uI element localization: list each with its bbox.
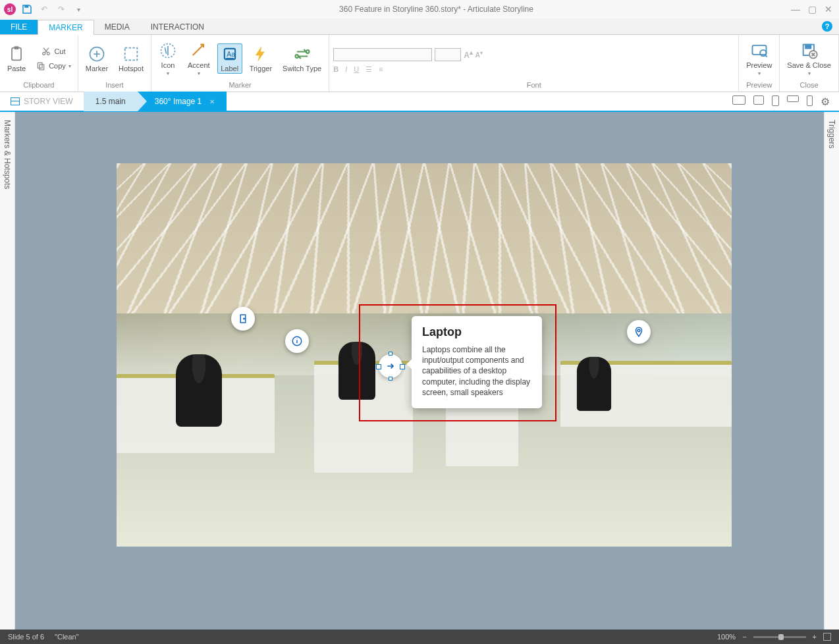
insert-marker-label: Marker <box>86 65 108 72</box>
ribbon-group-font: A▴ A▾ B I U ☰ ≡ Font <box>329 35 739 92</box>
stage-360-image[interactable]: Laptop Laptops combine all the input/out… <box>117 163 732 547</box>
svg-rect-6 <box>40 65 44 70</box>
tablet-portrait-icon[interactable] <box>772 95 779 106</box>
copy-label: Copy <box>49 62 66 70</box>
redo-icon[interactable]: ↷ <box>55 3 67 15</box>
trigger-button-label: Trigger <box>250 65 272 72</box>
ribbon: Paste Cut Copy▾ Clipboard Marker <box>0 34 839 92</box>
cut-label: Cut <box>54 47 65 55</box>
close-group-label: Close <box>784 81 834 90</box>
marker-group-label: Marker <box>155 81 325 90</box>
svg-rect-0 <box>24 5 28 8</box>
svg-rect-5 <box>38 63 42 68</box>
breadcrumb-bar: STORY VIEW 1.5 main 360° Image 1✕ ⚙ <box>0 92 839 112</box>
switch-type-button[interactable]: Switch Type <box>279 43 325 74</box>
marker-label-callout[interactable]: Laptop Laptops combine all the input/out… <box>412 316 542 408</box>
undo-icon[interactable]: ↶ <box>38 3 50 15</box>
preview-button[interactable]: Preview▾ <box>743 40 775 78</box>
fit-to-window-icon[interactable] <box>823 633 831 641</box>
ribbon-group-preview: Preview▾ Preview <box>739 35 780 92</box>
italic-icon[interactable]: I <box>345 65 347 74</box>
insert-marker-button[interactable]: Marker <box>82 43 111 74</box>
phone-portrait-icon[interactable] <box>807 95 813 106</box>
zoom-in-icon[interactable]: + <box>813 633 817 641</box>
markers-hotspots-panel-tab[interactable]: Markers & Hotspots <box>0 112 15 630</box>
phone-landscape-icon[interactable] <box>787 95 799 102</box>
switch-type-label: Switch Type <box>283 65 321 72</box>
underline-icon[interactable]: U <box>354 65 359 74</box>
minimize-icon[interactable]: — <box>791 5 800 14</box>
tablet-landscape-icon[interactable] <box>753 95 764 105</box>
font-family-select[interactable] <box>333 48 432 61</box>
preview-button-label: Preview <box>746 61 772 69</box>
paste-button[interactable]: Paste <box>4 43 29 74</box>
qat-dropdown-icon[interactable]: ▾ <box>72 3 84 15</box>
triggers-panel-tab[interactable]: Triggers <box>824 112 839 630</box>
ribbon-tabs: FILE MARKER MEDIA INTERACTION ? <box>0 18 839 34</box>
app-logo-icon: sl <box>4 3 16 15</box>
marker-location[interactable] <box>627 320 651 344</box>
gear-icon[interactable]: ⚙ <box>821 95 830 108</box>
layout-name: "Clean" <box>55 633 79 641</box>
slide-indicator: Slide 5 of 6 <box>8 633 44 641</box>
canvas[interactable]: Laptop Laptops combine all the input/out… <box>15 112 824 630</box>
svg-rect-1 <box>12 48 21 61</box>
label-button-label: Label <box>221 65 238 72</box>
zoom-slider[interactable] <box>753 636 806 638</box>
icon-button[interactable]: Icon▾ <box>155 40 180 78</box>
work-area: Markers & Hotspots Laptop Laptops combin… <box>0 112 839 630</box>
ribbon-group-close: Save & Close▾ Close <box>780 35 839 92</box>
marker-arrow-selected[interactable] <box>379 354 402 378</box>
story-view-button[interactable]: STORY VIEW <box>0 97 84 106</box>
ribbon-group-insert: Marker Hotspot Insert <box>78 35 151 92</box>
svg-point-13 <box>306 50 309 53</box>
svg-text:Aa: Aa <box>227 50 235 58</box>
clipboard-group-label: Clipboard <box>4 81 74 90</box>
bullets-icon[interactable]: ☰ <box>365 65 372 74</box>
svg-point-20 <box>244 318 245 319</box>
font-group-label: Font <box>333 81 734 90</box>
breadcrumb-main[interactable]: 1.5 main <box>84 92 138 111</box>
copy-button[interactable]: Copy▾ <box>33 59 74 72</box>
tab-marker[interactable]: MARKER <box>38 20 94 35</box>
svg-point-22 <box>637 329 640 332</box>
numbering-icon[interactable]: ≡ <box>379 65 383 74</box>
save-close-button[interactable]: Save & Close▾ <box>784 40 834 78</box>
font-size-select[interactable] <box>435 48 461 61</box>
story-view-label: STORY VIEW <box>24 97 73 106</box>
shrink-font-icon[interactable]: A▾ <box>475 49 483 59</box>
desktop-icon[interactable] <box>732 95 745 105</box>
bold-icon[interactable]: B <box>333 65 338 74</box>
tab-file[interactable]: FILE <box>0 20 38 34</box>
marker-info[interactable] <box>285 329 309 353</box>
accent-button[interactable]: Accent▾ <box>184 40 213 78</box>
paste-label: Paste <box>7 65 26 72</box>
close-icon[interactable]: ✕ <box>825 5 832 14</box>
window-title: 360 Feature in Storyline 360.story* - Ar… <box>88 5 784 14</box>
save-close-label: Save & Close <box>787 61 831 69</box>
tab-media[interactable]: MEDIA <box>94 20 140 34</box>
cut-button[interactable]: Cut <box>33 45 74 58</box>
insert-hotspot-label: Hotspot <box>119 65 144 72</box>
ribbon-group-marker: Icon▾ Accent▾ Aa Label Trigger Switch Ty… <box>151 35 329 92</box>
label-button[interactable]: Aa Label <box>217 43 242 74</box>
help-icon[interactable]: ? <box>822 21 832 32</box>
preview-group-label: Preview <box>743 81 775 90</box>
breadcrumb-360-image[interactable]: 360° Image 1✕ <box>138 92 227 111</box>
status-bar: Slide 5 of 6 "Clean" 100% − + <box>0 630 839 644</box>
callout-title: Laptop <box>422 325 531 339</box>
grow-font-icon[interactable]: A▴ <box>464 49 473 60</box>
svg-rect-17 <box>805 44 811 48</box>
tab-interaction[interactable]: INTERACTION <box>140 20 215 34</box>
close-tab-icon[interactable]: ✕ <box>209 98 215 105</box>
accent-button-label: Accent <box>188 61 210 69</box>
save-icon[interactable] <box>21 3 33 15</box>
marker-door[interactable] <box>231 307 255 331</box>
trigger-button[interactable]: Trigger <box>246 43 275 74</box>
zoom-out-icon[interactable]: − <box>742 633 746 641</box>
insert-hotspot-button[interactable]: Hotspot <box>115 43 147 74</box>
maximize-icon[interactable]: ▢ <box>808 5 817 14</box>
svg-point-12 <box>295 55 298 58</box>
zoom-value: 100% <box>717 633 736 641</box>
ribbon-group-clipboard: Paste Cut Copy▾ Clipboard <box>0 35 78 92</box>
